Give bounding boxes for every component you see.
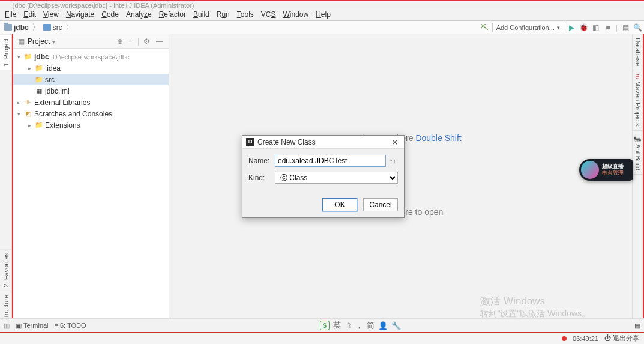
project-tree[interactable]: 📁jdbcD:\eclipse-workspace\jdbc 📁.idea 📁s… bbox=[13, 49, 169, 133]
project-folder-icon bbox=[4, 24, 12, 31]
tab-project[interactable]: 1: Project bbox=[0, 34, 11, 70]
close-icon[interactable]: ✕ bbox=[390, 137, 400, 147]
dialog-title-bar[interactable]: IJ Create New Class ✕ bbox=[242, 136, 404, 149]
coverage-icon[interactable]: ◧ bbox=[592, 23, 600, 32]
src-folder-icon bbox=[43, 24, 51, 31]
breadcrumb-sep-icon: 〉 bbox=[32, 22, 40, 33]
project-structure-icon[interactable]: ▤ bbox=[621, 23, 630, 32]
menu-code[interactable]: Code bbox=[98, 9, 122, 20]
toggle-tools-icon[interactable]: ▥ bbox=[4, 322, 10, 330]
tree-root: 📁jdbcD:\eclipse-workspace\jdbc bbox=[13, 51, 169, 62]
breadcrumb: jdbc 〉 src 〉 bbox=[2, 22, 74, 33]
menu-refactor[interactable]: Refactor bbox=[155, 9, 190, 20]
ime-lang[interactable]: 英 bbox=[333, 320, 341, 331]
tab-database[interactable]: Database bbox=[633, 34, 643, 70]
stop-icon[interactable]: ■ bbox=[604, 23, 612, 32]
menu-run[interactable]: Run bbox=[213, 9, 233, 20]
status-bar: 06:49:21 ⏻ 退出分享 bbox=[0, 332, 644, 344]
tab-ant[interactable]: 🐜 Ant Build bbox=[633, 131, 643, 175]
navigation-bar: jdbc 〉 src 〉 ⛏ Add Configuration...▾ ▶ 🐞… bbox=[0, 21, 644, 34]
widget-logo-icon bbox=[581, 161, 599, 179]
menu-navigate[interactable]: Navigate bbox=[62, 9, 98, 20]
right-tool-gutter: Database m Maven Projects 🐜 Ant Build bbox=[632, 34, 644, 333]
left-tool-gutter: 1: Project 2: Favorites 7: Structure bbox=[0, 34, 12, 333]
tree-iml: ▦jdbc.iml bbox=[13, 85, 169, 97]
ime-punct[interactable]: ， bbox=[355, 320, 363, 331]
clock: 06:49:21 bbox=[573, 335, 598, 342]
project-pane-header: ▦ Project ▾ ⊕ ÷ | ⚙ — bbox=[13, 34, 169, 49]
sort-icon[interactable]: ↑↓ bbox=[390, 157, 398, 164]
menu-tools[interactable]: Tools bbox=[233, 9, 257, 20]
tree-ext-libs: ⊪External Libraries bbox=[13, 97, 169, 108]
project-pane-title[interactable]: Project ▾ bbox=[28, 37, 113, 46]
build-icon[interactable]: ⛏ bbox=[480, 23, 489, 32]
ime-moon-icon[interactable]: ☽ bbox=[345, 321, 352, 330]
menu-vcs[interactable]: VCS bbox=[257, 9, 280, 20]
menu-help[interactable]: Help bbox=[312, 9, 334, 20]
exit-share[interactable]: ⏻ 退出分享 bbox=[604, 334, 639, 343]
dialog-title: Create New Class bbox=[257, 138, 387, 146]
add-configuration-button[interactable]: Add Configuration...▾ bbox=[492, 23, 564, 32]
tree-scratches: ◩Scratches and Consoles bbox=[13, 108, 169, 119]
todo-tab[interactable]: ≡ 6: TODO bbox=[55, 322, 86, 329]
ime-settings-icon[interactable]: 👤 bbox=[378, 321, 388, 330]
tab-maven[interactable]: m Maven Projects bbox=[633, 70, 643, 131]
windows-watermark: 激活 Windows 转到"设置"以激活 Windows。 bbox=[480, 294, 590, 320]
hide-icon[interactable]: — bbox=[154, 37, 165, 46]
breadcrumb-project[interactable]: jdbc bbox=[2, 23, 31, 32]
tree-src: 📁src bbox=[13, 74, 169, 85]
tree-idea: 📁.idea bbox=[13, 62, 169, 74]
scroll-target-icon[interactable]: ⊕ bbox=[115, 37, 125, 46]
run-icon[interactable]: ▶ bbox=[568, 23, 576, 32]
kind-select[interactable]: ⓒ Class bbox=[275, 172, 398, 184]
tool-window-bar: ▥ ▣ Terminal ≡ 6: TODO S 英 ☽ ， 简 👤 🔧 ▤ bbox=[0, 318, 644, 332]
ime-tool-icon[interactable]: 🔧 bbox=[391, 321, 401, 330]
debug-icon[interactable]: 🐞 bbox=[580, 23, 588, 32]
terminal-tab[interactable]: ▣ Terminal bbox=[16, 322, 49, 330]
ime-bar: S 英 ☽ ， 简 👤 🔧 bbox=[92, 320, 628, 331]
create-class-dialog: IJ Create New Class ✕ Name: ↑↓ Kind: ⓒ C… bbox=[242, 135, 405, 218]
cancel-button[interactable]: Cancel bbox=[363, 198, 398, 211]
event-log-icon[interactable]: ▤ bbox=[634, 322, 640, 330]
collapse-icon[interactable]: ÷ bbox=[127, 37, 135, 46]
name-label: Name: bbox=[248, 157, 271, 165]
menu-edit[interactable]: Edit bbox=[20, 9, 40, 20]
menu-build[interactable]: Build bbox=[190, 9, 213, 20]
ime-mode[interactable]: 简 bbox=[367, 320, 375, 331]
search-icon[interactable]: 🔍 bbox=[633, 23, 642, 32]
tree-extensions: 📁Extensions bbox=[13, 119, 169, 131]
ok-button[interactable]: OK bbox=[322, 198, 357, 211]
ime-logo-icon[interactable]: S bbox=[320, 321, 330, 330]
project-view-icon: ▦ bbox=[17, 37, 25, 46]
menu-bar: File Edit View Navigate Code Analyze Ref… bbox=[0, 8, 644, 21]
record-icon bbox=[562, 336, 567, 341]
intellij-icon: IJ bbox=[246, 138, 254, 146]
kind-label: Kind: bbox=[248, 174, 271, 182]
project-tool-window: ▦ Project ▾ ⊕ ÷ | ⚙ — 📁jdbcD:\eclipse-wo… bbox=[12, 34, 169, 333]
menu-analyze[interactable]: Analyze bbox=[122, 9, 155, 20]
breadcrumb-src[interactable]: src bbox=[41, 23, 64, 32]
breadcrumb-sep-icon: 〉 bbox=[65, 22, 74, 33]
gear-icon[interactable]: ⚙ bbox=[142, 37, 152, 46]
tab-favorites[interactable]: 2: Favorites bbox=[0, 249, 11, 291]
name-input[interactable] bbox=[275, 155, 386, 167]
menu-view[interactable]: View bbox=[40, 9, 62, 20]
menu-file[interactable]: File bbox=[1, 9, 20, 20]
run-toolbar: ⛏ Add Configuration...▾ ▶ 🐞 ◧ ■ | ▤ 🔍 bbox=[480, 23, 642, 32]
window-title: jdbc [D:\eclipse-workspace\jdbc] - Intel… bbox=[0, 0, 644, 8]
floating-widget[interactable]: 超级直播电台管理 bbox=[579, 159, 633, 181]
menu-window[interactable]: Window bbox=[279, 9, 312, 20]
